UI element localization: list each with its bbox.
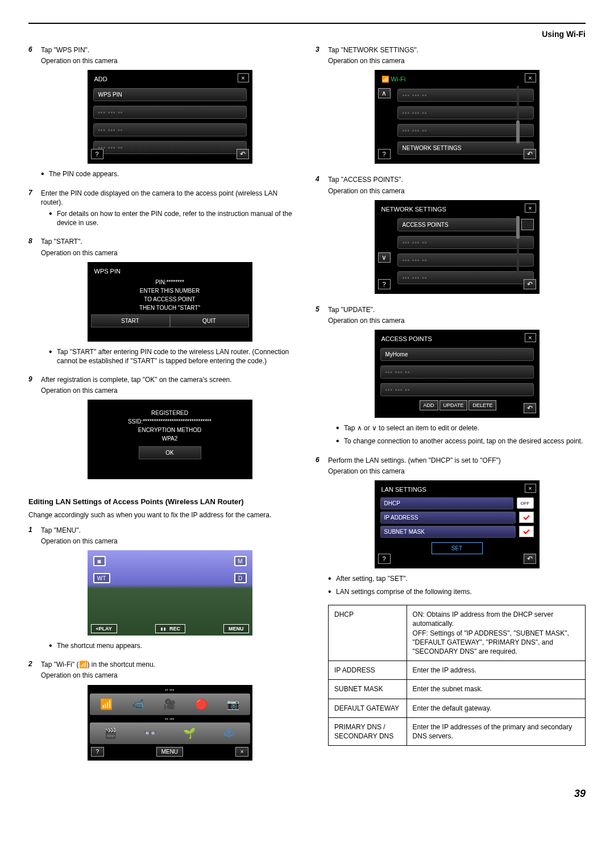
back-icon[interactable]: ↶	[524, 149, 536, 159]
update-button[interactable]: UPDATE	[439, 400, 468, 410]
wifi-icon: 📶	[381, 76, 389, 82]
wifi-icon[interactable]: 📶	[97, 697, 115, 712]
table-cell: Enter the default gateway.	[406, 699, 585, 717]
wt-button[interactable]: WT	[93, 573, 110, 583]
set-button[interactable]: SET	[432, 542, 483, 554]
bullet-text: Tap "START" after entering PIN code to t…	[57, 347, 298, 366]
step-number: 6	[28, 45, 41, 183]
back-icon[interactable]: ↶	[524, 403, 536, 413]
pin-display: PIN:********	[91, 278, 249, 286]
step-7: 7 Enter the PIN code displayed on the ca…	[28, 189, 298, 232]
bullet-icon	[49, 209, 57, 229]
quit-button[interactable]: QUIT	[170, 314, 249, 327]
text: THEN TOUCH "START"	[91, 304, 249, 312]
help-icon[interactable]: ?	[378, 279, 391, 289]
dhcp-item[interactable]: DHCP	[380, 497, 513, 509]
bullet-text: After setting, tap "SET".	[336, 574, 408, 583]
start-button[interactable]: START	[91, 314, 170, 327]
bullet-text: The shortcut menu appears.	[57, 641, 142, 650]
close-icon[interactable]: ×	[235, 747, 249, 757]
menu-button[interactable]: MENU	[223, 624, 249, 633]
shortcut-icon[interactable]: 🎥	[160, 697, 179, 712]
step-4: 4 Tap "ACCESS POINTS". Operation on this…	[316, 175, 586, 299]
shortcut-icon[interactable]: 🎬	[101, 726, 119, 741]
menu-item-placeholder: ▪▪▪ ▪▪▪ ▪▪	[380, 366, 534, 379]
camera-icon[interactable]: ◙	[93, 556, 106, 566]
down-icon[interactable]: ∨	[378, 252, 391, 263]
check-icon[interactable]	[519, 526, 534, 537]
shortcut-icon[interactable]: 🔴	[192, 697, 210, 712]
table-cell: ON: Obtains IP address from the DHCP ser…	[406, 605, 585, 661]
screen-title: LAN SETTINGS	[378, 484, 536, 496]
step-number: 9	[28, 375, 41, 485]
back-icon[interactable]: ↶	[524, 279, 536, 289]
screen-lan-settings: × LAN SETTINGS DHCPOFF IP ADDRESS SUBNET…	[375, 480, 540, 568]
close-icon[interactable]: ×	[525, 203, 536, 213]
subnet-mask-item[interactable]: SUBNET MASK	[380, 526, 516, 538]
mode-d-button[interactable]: D	[234, 573, 247, 583]
shortcut-icon[interactable]: 📹	[129, 697, 147, 712]
dhcp-value[interactable]: OFF	[517, 497, 534, 509]
close-icon[interactable]: ×	[238, 73, 249, 82]
shortcut-icon[interactable]: 📷	[224, 697, 242, 712]
screen-title: 📶 Wi-Fi	[378, 73, 536, 86]
close-icon[interactable]: ×	[525, 484, 536, 493]
back-icon[interactable]: ↶	[524, 554, 536, 564]
menu-item-placeholder: ▪▪▪ ▪▪▪ ▪▪	[93, 123, 247, 136]
menu-item-placeholder: ▪▪▪ ▪▪▪ ▪▪	[397, 106, 534, 119]
checkbox-icon[interactable]	[521, 219, 534, 230]
step-number: 1	[28, 526, 41, 655]
step-text: Enter the PIN code displayed on the came…	[41, 189, 298, 207]
step-1: 1 Tap "MENU". Operation on this camera ◙…	[28, 526, 298, 655]
mode-m-button[interactable]: M	[234, 556, 247, 566]
text: WPA2	[91, 434, 249, 443]
operation-note: Operation on this camera	[328, 186, 586, 196]
step-3: 3 Tap "NETWORK SETTINGS". Operation on t…	[316, 45, 586, 169]
menu-item-wpspin[interactable]: WPS PIN	[93, 88, 247, 101]
help-icon[interactable]: ?	[378, 149, 391, 159]
menu-button[interactable]: MENU	[156, 747, 183, 757]
shortcut-icon[interactable]: 👓	[141, 726, 159, 741]
step-text: Perform the LAN settings. (when "DHCP" i…	[328, 456, 586, 465]
access-point-item[interactable]: MyHome	[380, 348, 534, 361]
bullet-icon	[41, 169, 49, 180]
bullet-text: The PIN code appears.	[49, 169, 119, 178]
close-icon[interactable]: ×	[525, 73, 536, 82]
scrollbar[interactable]	[517, 216, 519, 273]
check-icon[interactable]	[519, 512, 534, 523]
intro-text: Change accordingly such as when you want…	[28, 510, 298, 520]
up-icon[interactable]: ∧	[378, 88, 391, 98]
step-number: 6	[316, 456, 328, 746]
text: REGISTERED	[91, 409, 249, 417]
step-2: 2 Tap "Wi-Fi" (📶) in the shortcut menu. …	[28, 660, 298, 765]
help-icon[interactable]: ?	[91, 149, 103, 159]
scrollbar[interactable]	[517, 86, 519, 143]
table-row: DEFAULT GATEWAYEnter the default gateway…	[329, 699, 586, 717]
step-text: Tap "MENU".	[41, 526, 298, 535]
help-icon[interactable]: ?	[378, 554, 391, 564]
bullet-icon	[328, 574, 336, 585]
shortcut-icon[interactable]: 🌱	[180, 726, 198, 741]
table-cell: Enter the IP addresses of the primary an…	[406, 717, 585, 745]
ip-address-item[interactable]: IP ADDRESS	[380, 512, 516, 524]
operation-note: Operation on this camera	[328, 56, 586, 65]
add-button[interactable]: ADD	[420, 400, 438, 410]
menu-item-placeholder: ▪▪▪ ▪▪▪ ▪▪	[397, 271, 534, 284]
close-icon[interactable]: ×	[525, 333, 536, 342]
step-number: 3	[316, 45, 328, 169]
menu-item-access-points[interactable]: ACCESS POINTS	[397, 218, 519, 231]
play-button[interactable]: «PLAY	[91, 624, 117, 633]
menu-item-network-settings[interactable]: NETWORK SETTINGS	[397, 142, 534, 155]
operation-note: Operation on this camera	[41, 386, 298, 395]
back-icon[interactable]: ↶	[237, 149, 249, 159]
ok-button[interactable]: OK	[139, 446, 201, 459]
screen-wpspin: WPS PIN PIN:******** ENTER THIS NUMBER T…	[88, 262, 252, 342]
table-cell: DHCP	[329, 605, 407, 661]
shortcut-icon[interactable]: 🕹	[220, 726, 238, 741]
step-text: Tap "Wi-Fi" (📶) in the shortcut menu.	[41, 660, 298, 669]
step-8: 8 Tap "START". Operation on this camera …	[28, 237, 298, 369]
screen-title: ACCESS POINTS	[378, 333, 536, 346]
delete-button[interactable]: DELETE	[468, 400, 496, 410]
rec-button[interactable]: ▮▮ REC	[155, 624, 185, 633]
help-icon[interactable]: ?	[91, 747, 105, 757]
